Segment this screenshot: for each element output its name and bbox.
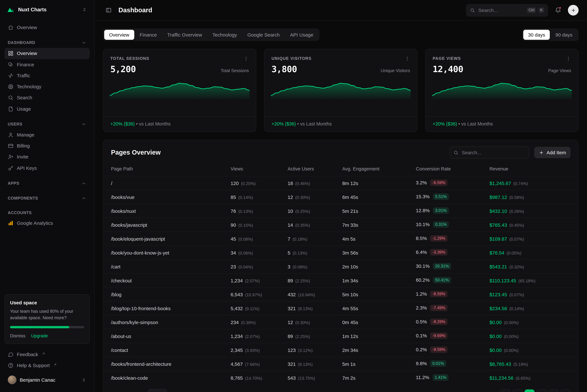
- card-menu-button[interactable]: [563, 54, 573, 64]
- pagination-page-2[interactable]: 2: [536, 389, 546, 392]
- dismiss-button[interactable]: Dismiss: [10, 333, 26, 338]
- add-item-label: Add Item: [546, 150, 566, 155]
- section-toggle-apps[interactable]: APPS: [5, 181, 90, 188]
- cell-conversion: 12.8%3.01%: [412, 204, 485, 218]
- global-search-input[interactable]: [478, 7, 524, 13]
- pagination-prev-button[interactable]: [512, 389, 523, 392]
- cell-page-path: /books/vue: [103, 190, 227, 204]
- cell-views: 1,234(2.07%): [227, 274, 284, 287]
- section-items: Google Analytics: [5, 218, 90, 229]
- column-header-conversion-rate: Conversion Rate: [412, 163, 485, 176]
- cell-active-users: 7(0.18%): [284, 232, 338, 246]
- plus-icon: [539, 150, 544, 155]
- sidebar-item-billing[interactable]: Billing: [5, 140, 90, 152]
- table-row: /books/vue85(0.14%)12(0.30%)6m 45s15.3%5…: [103, 190, 578, 204]
- external-link-icon: [42, 352, 45, 355]
- section-toggle-components[interactable]: COMPONENTS: [5, 196, 90, 204]
- pagination-last-button[interactable]: [560, 389, 570, 392]
- sidebar-item-finance[interactable]: Finance: [5, 59, 90, 70]
- sidebar-item-usage[interactable]: Usage: [5, 103, 90, 114]
- tab-finance[interactable]: Finance: [135, 30, 162, 40]
- section-toggle-dashboard[interactable]: DASHBOARD: [5, 40, 90, 48]
- sidebar-item-label: Manage: [17, 132, 34, 138]
- sidebar-section-apps: APPS: [5, 181, 90, 188]
- add-item-button[interactable]: Add Item: [534, 147, 570, 158]
- rows-per-page-select[interactable]: 15: [148, 389, 167, 392]
- pagination-page-1[interactable]: 1: [524, 389, 534, 392]
- activity-icon: [8, 73, 14, 78]
- conversion-change-badge: -8.59%: [430, 291, 447, 297]
- tab-google-search[interactable]: Google Search: [243, 30, 285, 40]
- table-row: /book/clean-code8,765(14.70%)543(13.75%)…: [103, 371, 578, 384]
- global-search[interactable]: Ctrl K: [466, 4, 548, 16]
- table-row: /blog6,543(10.97%)432(10.94%)5m 10s1.2%-…: [103, 287, 578, 301]
- section-toggle-users[interactable]: USERS: [5, 122, 90, 129]
- new-item-button[interactable]: [568, 5, 578, 16]
- notifications-button[interactable]: [552, 5, 563, 16]
- table-search[interactable]: [450, 146, 529, 158]
- card-menu-button[interactable]: [402, 54, 412, 64]
- pagination-first-button[interactable]: [501, 389, 511, 392]
- sidebar-footer-nav: FeedbackHelp & Support: [5, 349, 90, 371]
- stat-comparison: • vs Last Months: [136, 121, 171, 126]
- sidebar-item-manage[interactable]: Manage: [5, 129, 90, 140]
- range-30-days[interactable]: 30 days: [523, 30, 550, 40]
- cell-revenue: $987.12(0.58%): [485, 190, 578, 204]
- sidebar-item-api-keys[interactable]: API Keys: [5, 162, 90, 174]
- sidebar-item-google-analytics[interactable]: Google Analytics: [5, 218, 90, 229]
- cell-active-users: 14(0.35%): [284, 218, 338, 232]
- tab-api-usage[interactable]: API Usage: [285, 30, 318, 40]
- cell-views: 23(0.04%): [227, 260, 284, 274]
- stat-comparison: • vs Last Months: [458, 121, 493, 126]
- cell-engagement: 3m 56s: [338, 246, 412, 260]
- sidebar-item-traffic[interactable]: Traffic: [5, 70, 90, 81]
- conversion-change-badge: -6.59%: [430, 180, 447, 186]
- cell-conversion: 6.4%-3.39%: [412, 246, 485, 260]
- cell-views: 120(0.20%): [227, 176, 284, 190]
- stat-card-unique-visitors: UNIQUE VISITORS3,800Unique Visitors+20% …: [264, 49, 417, 132]
- card-menu-button[interactable]: [241, 54, 251, 64]
- range-90-days[interactable]: 90 days: [550, 30, 577, 40]
- content: OverviewFinanceTraffic OverviewTechnolog…: [95, 21, 587, 392]
- cell-active-users: 5(0.13%): [284, 246, 338, 260]
- conversion-change-badge: -9.69%: [430, 332, 447, 339]
- cell-views: 6,543(10.97%): [227, 287, 284, 301]
- sidebar-item-technology[interactable]: Technology: [5, 81, 90, 92]
- sidebar-item-label: Invite: [17, 154, 29, 160]
- sidebar-toggle-button[interactable]: [103, 5, 114, 16]
- sidebar-item-invite[interactable]: Invite: [5, 152, 90, 163]
- sidebar-item-feedback[interactable]: Feedback: [5, 349, 90, 360]
- cell-conversion: 2.3%-7.49%: [412, 301, 485, 315]
- tab-technology[interactable]: Technology: [208, 30, 242, 40]
- table-search-input[interactable]: [461, 150, 525, 156]
- cell-engagement: 1m 12s: [338, 329, 412, 343]
- plus-icon: [571, 8, 576, 13]
- section-items: OverviewFinanceTrafficTechnologySearchUs…: [5, 48, 90, 114]
- sidebar-nav: Overview DASHBOARDOverviewFinanceTraffic…: [5, 22, 90, 229]
- column-header-active-users: Active Users: [284, 163, 338, 176]
- user-menu[interactable]: Benjamin Canac: [5, 373, 90, 387]
- sidebar-item-overview[interactable]: Overview: [5, 48, 90, 59]
- sidebar-item-help-support[interactable]: Help & Support: [5, 360, 90, 371]
- workspace-switcher[interactable]: Nuxt Charts: [5, 4, 90, 16]
- coins-icon: [8, 62, 14, 68]
- sidebar-item-search[interactable]: Search: [5, 92, 90, 104]
- view-tabs: OverviewFinanceTraffic OverviewTechnolog…: [103, 28, 319, 41]
- used-space-card: Used space Your team has used 80% of you…: [5, 294, 90, 344]
- cell-views: 76(0.13%): [227, 204, 284, 218]
- sparkline-chart: [110, 77, 250, 99]
- cell-page-path: /books/frontend-architecture: [103, 357, 227, 371]
- cell-page-path: /book/clean-code: [103, 371, 227, 384]
- upgrade-button[interactable]: Upgrade: [31, 333, 48, 338]
- pagination-next-button[interactable]: [548, 389, 558, 392]
- app-root: Nuxt Charts Overview DASHBOARDOverviewFi…: [0, 0, 587, 392]
- sidebar-item-label: Google Analytics: [17, 220, 53, 226]
- sidebar-item-label: Overview: [17, 50, 37, 57]
- sidebar-section-users: USERSManageBillingInviteAPI Keys: [5, 122, 90, 174]
- tab-traffic-overview[interactable]: Traffic Overview: [163, 30, 207, 40]
- sidebar-item-overview[interactable]: Overview: [5, 22, 90, 33]
- cell-engagement: 7m 33s: [338, 218, 412, 232]
- tab-overview[interactable]: Overview: [104, 30, 134, 40]
- cell-active-users: 10(0.25%): [284, 204, 338, 218]
- conversion-change-badge: 5.51%: [433, 194, 449, 200]
